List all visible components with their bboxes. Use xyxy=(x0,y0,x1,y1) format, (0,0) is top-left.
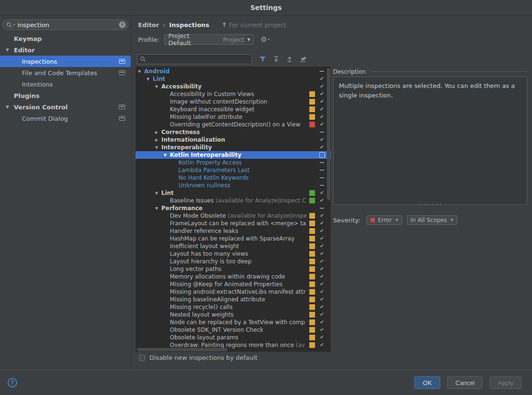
inspection-row-accessibility-in-custom-views[interactable]: Accessibility in Custom Views✔ xyxy=(136,90,331,98)
expanded-arrow-icon[interactable]: ▼ xyxy=(138,69,144,74)
apply-button[interactable]: Apply xyxy=(490,376,522,389)
inspection-row-layout-has-too-many-views[interactable]: Layout has too many views✔ xyxy=(136,250,331,258)
inspection-checkbox[interactable]: ✔ xyxy=(318,190,325,196)
inspection-checkbox[interactable] xyxy=(318,152,325,158)
expanded-arrow-icon[interactable]: ▼ xyxy=(146,77,153,81)
inspection-row-correctness[interactable]: ▶Correctness xyxy=(136,128,331,136)
sidebar-item-version-control[interactable]: ▼Version Control xyxy=(0,101,131,113)
expanded-arrow-icon[interactable]: ▼ xyxy=(155,206,161,211)
inspection-row-framelayout-can-be-replaced-with-merge-ta[interactable]: FrameLayout can be replaced with <merge>… xyxy=(136,220,331,227)
inspection-row-accessibility[interactable]: ▼Accessibility✔ xyxy=(136,83,331,90)
sidebar-item-editor[interactable]: ▼Editor xyxy=(0,44,131,56)
inspection-row-hashmap-can-be-replaced-with-sparsearray[interactable]: HashMap can be replaced with SparseArray… xyxy=(136,235,331,242)
inspection-checkbox[interactable]: ✔ xyxy=(318,83,325,90)
clear-search-icon[interactable]: ✕ xyxy=(119,21,126,28)
inspection-checkbox[interactable]: ✔ xyxy=(318,220,325,227)
inspection-row-internationalization[interactable]: ▶Internationalization✔ xyxy=(136,136,331,144)
inspection-checkbox[interactable]: ✔ xyxy=(318,76,325,82)
sidebar-item-file-and-code-templates[interactable]: File and Code Templates xyxy=(0,67,131,78)
inspection-row-long-vector-paths[interactable]: Long vector paths✔ xyxy=(136,265,331,273)
profile-select[interactable]: Project Default Project ▼ xyxy=(164,34,254,45)
sidebar-item-keymap[interactable]: Keymap xyxy=(0,33,131,44)
splitter-handle[interactable]: ········· xyxy=(333,203,527,209)
inspection-checkbox[interactable] xyxy=(318,167,325,173)
inspection-checkbox[interactable]: ✔ xyxy=(318,327,325,333)
inspection-checkbox[interactable]: ✔ xyxy=(318,258,325,265)
inspection-row-node-can-be-replaced-by-a-textview-with-comp[interactable]: Node can be replaced by a TextView with … xyxy=(136,318,331,326)
scope-select[interactable]: In All Scopes ▼ xyxy=(407,215,457,225)
inspection-checkbox[interactable]: ✔ xyxy=(318,121,325,128)
inspection-checkbox[interactable]: ✔ xyxy=(318,296,325,303)
sidebar-item-intentions[interactable]: Intentions xyxy=(0,78,131,90)
inspection-row-lint[interactable]: ▼Lint✔ xyxy=(136,189,331,197)
inspection-row-android[interactable]: ▼Android xyxy=(136,67,331,75)
inspection-row-layout-hierarchy-is-too-deep[interactable]: Layout hierarchy is too deep✔ xyxy=(136,258,331,265)
inspection-row-nested-layout-weights[interactable]: Nested layout weights✔ xyxy=(136,311,331,318)
inspection-row-handler-reference-leaks[interactable]: Handler reference leaks✔ xyxy=(136,227,331,235)
inspection-checkbox[interactable]: ✔ xyxy=(318,197,325,204)
inspection-checkbox[interactable]: ✔ xyxy=(318,289,325,295)
search-history-arrow-icon[interactable]: ▾ xyxy=(13,23,15,27)
inspection-row-overriding-getcontentdescription-on-a-view[interactable]: Overriding getContentDescription() on a … xyxy=(136,121,331,128)
inspection-checkbox[interactable]: ✔ xyxy=(318,91,325,97)
inspection-row-kotlin-interoperability[interactable]: ▼Kotlin Interoperability xyxy=(136,151,331,159)
help-icon[interactable]: ? xyxy=(8,378,17,387)
inspection-row-missing-baselinealigned-attribute[interactable]: Missing baselineAligned attribute✔ xyxy=(136,296,331,303)
expanded-arrow-icon[interactable]: ▼ xyxy=(155,191,161,195)
expand-all-icon[interactable] xyxy=(273,56,279,62)
cancel-button[interactable]: Cancel xyxy=(447,376,483,389)
inspection-row-missing-keep-for-animated-properties[interactable]: Missing @Keep for Animated Properties✔ xyxy=(136,280,331,288)
inspection-checkbox[interactable]: ✔ xyxy=(318,98,325,105)
inspections-search-input[interactable] xyxy=(148,56,249,62)
expanded-arrow-icon[interactable]: ▼ xyxy=(6,48,14,52)
inspection-checkbox[interactable]: ✔ xyxy=(318,281,325,288)
inspection-checkbox[interactable]: ✔ xyxy=(318,243,325,250)
gear-icon[interactable]: ⚙ ▾ xyxy=(261,35,272,44)
severity-select[interactable]: Error ▼ xyxy=(366,215,402,225)
expanded-arrow-icon[interactable]: ▼ xyxy=(6,105,14,109)
inspection-row-no-hard-kotlin-keywords[interactable]: No Hard Kotlin Keywords xyxy=(136,174,331,182)
ok-button[interactable]: OK xyxy=(414,376,440,389)
inspection-checkbox[interactable]: ✔ xyxy=(318,136,325,143)
inspection-checkbox[interactable] xyxy=(318,205,325,212)
collapsed-arrow-icon[interactable]: ▶ xyxy=(155,138,161,142)
vertical-scrollbar[interactable] xyxy=(327,68,330,200)
inspection-checkbox[interactable]: ✔ xyxy=(318,114,325,120)
disable-new-inspections-row[interactable]: Disable new inspections by default xyxy=(139,354,257,361)
sidebar-search-field[interactable]: ▾ ✕ xyxy=(2,19,128,30)
inspection-checkbox[interactable]: ✔ xyxy=(318,334,325,341)
inspection-row-missing-labelfor-attribute[interactable]: Missing labelFor attribute✔ xyxy=(136,113,331,121)
collapsed-arrow-icon[interactable]: ▶ xyxy=(155,130,161,135)
inspection-row-lint[interactable]: ▼Lint✔ xyxy=(136,75,331,83)
reset-filter-icon[interactable] xyxy=(300,56,307,62)
inspection-row-missing-recycle-calls[interactable]: Missing recycle() calls✔ xyxy=(136,303,331,311)
inspections-search-field[interactable] xyxy=(137,54,252,64)
inspection-row-missing-android-extractnativelibs-manifest-attr[interactable]: Missing android:extractNativeLibs manife… xyxy=(136,288,331,296)
inspection-checkbox[interactable]: ✔ xyxy=(318,235,325,242)
inspection-row-kotlin-property-access[interactable]: Kotlin Property Access xyxy=(136,159,331,166)
inspection-checkbox[interactable]: ✔ xyxy=(318,228,325,234)
inspection-checkbox[interactable] xyxy=(318,182,325,189)
inspection-row-inefficient-layout-weight[interactable]: Inefficient layout weight✔ xyxy=(136,242,331,250)
inspection-checkbox[interactable]: ✔ xyxy=(318,106,325,113)
inspection-checkbox[interactable] xyxy=(318,174,325,181)
inspection-checkbox[interactable] xyxy=(318,129,325,135)
disable-new-inspections-checkbox[interactable] xyxy=(139,355,145,361)
inspection-row-keyboard-inaccessible-widget[interactable]: Keyboard inaccessible widget✔ xyxy=(136,106,331,113)
inspection-checkbox[interactable] xyxy=(318,159,325,166)
breadcrumb-editor[interactable]: Editor xyxy=(138,21,159,29)
inspection-row-memory-allocations-within-drawing-code[interactable]: Memory allocations within drawing code✔ xyxy=(136,273,331,280)
inspection-row-interoperability[interactable]: ▼Interoperability✔ xyxy=(136,144,331,151)
expanded-arrow-icon[interactable]: ▼ xyxy=(163,153,170,157)
inspection-row-obsolete-sdk-int-version-check[interactable]: Obsolete SDK_INT Version Check✔ xyxy=(136,326,331,334)
horizontal-scrollbar[interactable] xyxy=(137,348,227,351)
sidebar-search-input[interactable] xyxy=(18,21,119,29)
collapse-all-icon[interactable] xyxy=(286,56,293,62)
inspection-row-baseline-issues[interactable]: Baseline Issues(available for Analyze|In… xyxy=(136,197,331,204)
inspection-checkbox[interactable]: ✔ xyxy=(318,311,325,318)
expanded-arrow-icon[interactable]: ▼ xyxy=(155,145,161,150)
inspection-row-image-without-contentdescription[interactable]: Image without contentDescription✔ xyxy=(136,98,331,106)
chevron-down-icon[interactable]: ▼ xyxy=(244,35,253,44)
inspection-checkbox[interactable] xyxy=(318,68,325,75)
inspection-row-lambda-parameters-last[interactable]: Lambda Parameters Last xyxy=(136,166,331,174)
